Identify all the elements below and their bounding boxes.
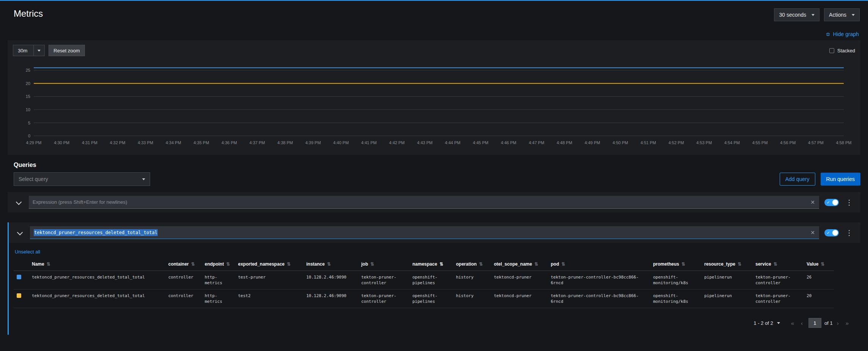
caret-down-icon (38, 50, 41, 52)
select-query-dropdown[interactable]: Select query (14, 172, 150, 186)
svg-text:4:34 PM: 4:34 PM (166, 140, 181, 145)
caret-down-icon (777, 322, 780, 324)
query-row-2: tektoncd_pruner_resources_deleted_total_… (9, 222, 860, 243)
query-expression-input-1[interactable] (29, 196, 819, 209)
hide-graph-link[interactable]: Hide graph (826, 31, 859, 37)
query-enabled-toggle-2[interactable] (824, 229, 839, 236)
svg-text:4:29 PM: 4:29 PM (26, 140, 42, 145)
cell-exported_namespace: test-pruner (235, 271, 303, 290)
toggle-knob (832, 230, 838, 236)
sort-icon[interactable]: ⇅ (561, 261, 565, 267)
column-header-name[interactable]: Name⇅ (29, 258, 165, 271)
column-header-otel_scope_name[interactable]: otel_scope_name⇅ (491, 258, 548, 271)
cell-prometheus: openshift-monitoring/k8s (650, 290, 701, 308)
sort-icon[interactable]: ⇅ (682, 261, 685, 267)
cell-value: 26 (804, 271, 834, 290)
column-header-operation[interactable]: operation⇅ (453, 258, 491, 271)
toggle-knob (832, 200, 838, 205)
first-page-button[interactable]: « (788, 319, 797, 327)
query-enabled-toggle-1[interactable] (824, 199, 839, 206)
table-row: tektoncd_pruner_resources_deleted_total_… (14, 271, 834, 290)
last-page-button[interactable]: » (843, 319, 851, 327)
svg-text:10: 10 (26, 107, 30, 112)
timespan-select[interactable]: 30m (13, 45, 45, 56)
cell-exported_namespace: test2 (235, 290, 303, 308)
clear-input-icon[interactable]: ✕ (810, 199, 816, 206)
pagination-range-dropdown[interactable]: 1 - 2 of 2 (754, 320, 780, 326)
svg-text:4:38 PM: 4:38 PM (277, 140, 293, 145)
column-header-container[interactable]: container⇅ (165, 258, 202, 271)
kebab-menu-icon[interactable]: ⋮ (844, 229, 854, 236)
graph-panel: 30m Reset zoom Stacked 05101520254:29 PM… (8, 40, 860, 155)
sort-icon[interactable]: ⇅ (191, 261, 195, 267)
sort-icon[interactable]: ⇅ (821, 261, 824, 267)
svg-text:4:58 PM: 4:58 PM (836, 140, 852, 145)
prev-page-button[interactable]: ‹ (798, 319, 805, 327)
svg-text:4:37 PM: 4:37 PM (249, 140, 265, 145)
queries-section: Queries Select query Add query Run queri… (8, 162, 860, 186)
refresh-interval-select[interactable]: 30 seconds (774, 8, 819, 21)
sort-icon[interactable]: ⇅ (534, 261, 538, 267)
actions-dropdown[interactable]: Actions (824, 8, 860, 21)
select-query-placeholder: Select query (19, 176, 48, 182)
hide-graph-label: Hide graph (833, 31, 859, 37)
svg-text:4:43 PM: 4:43 PM (417, 140, 432, 145)
column-header-job[interactable]: job⇅ (358, 258, 409, 271)
column-header-pod[interactable]: pod⇅ (548, 258, 650, 271)
cell-instance: 10.128.2.46:9090 (303, 290, 358, 308)
caret-down-icon (142, 178, 145, 180)
column-header-endpoint[interactable]: endpoint⇅ (202, 258, 235, 271)
sort-icon[interactable]: ⇅ (738, 261, 741, 267)
column-header-resource_type[interactable]: resource_type⇅ (701, 258, 752, 271)
svg-text:4:44 PM: 4:44 PM (445, 140, 461, 145)
page-header: Metrics 30 seconds Actions (0, 1, 868, 21)
cell-namespace: openshift-pipelines (409, 290, 453, 308)
query-expression-wrap: tektoncd_pruner_resources_deleted_total_… (30, 226, 819, 239)
column-header-prometheus[interactable]: prometheus⇅ (650, 258, 701, 271)
column-header-namespace[interactable]: namespace⇅ (409, 258, 453, 271)
chevron-down-icon[interactable] (14, 197, 24, 207)
clear-input-icon[interactable]: ✕ (810, 229, 816, 236)
column-header-instance[interactable]: instance⇅ (303, 258, 358, 271)
column-header-exported_namespace[interactable]: exported_namespace⇅ (235, 258, 303, 271)
cell-endpoint: http-metrics (202, 271, 235, 290)
series-checkbox[interactable] (17, 293, 21, 298)
cell-operation: history (453, 271, 491, 290)
kebab-menu-icon[interactable]: ⋮ (844, 199, 854, 206)
chevron-down-icon[interactable] (15, 228, 25, 238)
sort-icon[interactable]: ⇅ (773, 261, 777, 267)
sort-icon[interactable]: ⇅ (226, 261, 230, 267)
sort-icon[interactable]: ⇅ (327, 261, 331, 267)
svg-text:4:57 PM: 4:57 PM (808, 140, 824, 145)
cell-container: controller (165, 271, 202, 290)
series-checkbox[interactable] (17, 275, 21, 279)
stacked-checkbox[interactable] (829, 48, 834, 53)
unselect-all-link[interactable]: Unselect all (15, 249, 40, 255)
sort-icon[interactable]: ⇅ (479, 261, 483, 267)
svg-text:4:54 PM: 4:54 PM (724, 140, 740, 145)
reset-zoom-button[interactable]: Reset zoom (49, 45, 85, 56)
query-expression-input-2[interactable]: tektoncd_pruner_resources_deleted_total_… (30, 226, 819, 239)
cell-name: tektoncd_pruner_resources_deleted_total_… (29, 290, 165, 308)
sort-icon[interactable]: ⇅ (287, 261, 291, 267)
pagination-nav: « ‹ of 1 › » (788, 318, 851, 328)
sort-icon[interactable]: ⇅ (439, 261, 443, 267)
cell-resource_type: pipelinerun (701, 290, 752, 308)
expanded-query-section: tektoncd_pruner_resources_deleted_total_… (8, 222, 860, 335)
column-header-value[interactable]: Value⇅ (804, 258, 834, 271)
cell-job: tekton-pruner-controller (358, 271, 409, 290)
svg-text:4:33 PM: 4:33 PM (138, 140, 153, 145)
query-row-1: ✕ ⋮ (8, 192, 860, 212)
sort-icon[interactable]: ⇅ (370, 261, 374, 267)
svg-text:4:55 PM: 4:55 PM (752, 140, 768, 145)
sort-icon[interactable]: ⇅ (47, 261, 50, 267)
column-header-service[interactable]: service⇅ (752, 258, 804, 271)
svg-text:4:30 PM: 4:30 PM (54, 140, 69, 145)
current-page-input[interactable] (808, 318, 821, 328)
query-expression-wrap: ✕ (29, 196, 819, 209)
cell-name: tektoncd_pruner_resources_deleted_total_… (29, 271, 165, 290)
svg-text:4:50 PM: 4:50 PM (613, 140, 628, 145)
run-queries-button[interactable]: Run queries (821, 173, 861, 186)
next-page-button[interactable]: › (834, 319, 841, 327)
add-query-button[interactable]: Add query (780, 173, 815, 186)
